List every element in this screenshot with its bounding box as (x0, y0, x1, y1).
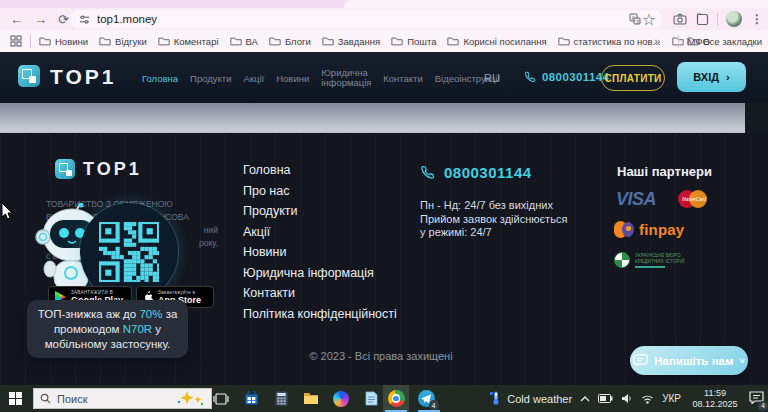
profile-avatar[interactable] (726, 11, 742, 27)
login-button[interactable]: ВХІД › (677, 62, 746, 92)
search-icon (40, 393, 51, 404)
address-bar[interactable]: top1.money A文 ☆ (70, 10, 662, 28)
notification-center[interactable]: 4 (749, 390, 764, 408)
toolbar-right: ⋮ (673, 10, 764, 28)
back-icon[interactable]: ← (8, 11, 25, 28)
site-nav: Головна Продукти Акції Новини Юридична і… (142, 62, 500, 94)
top1-logo-text[interactable]: TOP1 (50, 65, 116, 89)
scrollbar-zone[interactable] (745, 103, 768, 133)
battery-icon[interactable] (598, 394, 613, 403)
nav-item-holovna[interactable]: Головна (142, 73, 178, 84)
system-tray: Cold weather УКР 11:59 08.12.2025 4 (490, 385, 764, 412)
bookmarks-right: » Все закладки (654, 30, 762, 52)
apps-grid-icon[interactable] (10, 35, 22, 47)
qr-code (99, 222, 159, 282)
bookmark-item[interactable]: Завдання (322, 36, 380, 47)
camera-icon[interactable] (673, 12, 687, 26)
promo-discount: 70% (139, 308, 162, 320)
restore-tabs-icon[interactable] (695, 12, 709, 26)
telegram-badge: 4 (429, 400, 439, 410)
finpay-icon (614, 221, 634, 238)
menu-dots-icon[interactable]: ⋮ (750, 12, 764, 26)
promo-code: N70R (123, 323, 152, 335)
calculator-icon[interactable] (271, 389, 291, 408)
nav-item-produkty[interactable]: Продукти (190, 73, 231, 84)
scrolled-section-band (0, 103, 745, 133)
footer-link-kontakty[interactable]: Контакти (243, 287, 397, 300)
footer-logo-text[interactable]: TOP1 (83, 159, 142, 180)
footer-link-yurydychna[interactable]: Юридична інформація (243, 267, 397, 280)
nav-item-kontakty[interactable]: Контакти (383, 73, 423, 84)
volume-icon[interactable] (621, 393, 633, 404)
bookmark-item[interactable]: Відгуки (99, 36, 147, 47)
top1-logo-icon[interactable] (18, 65, 40, 87)
taskbar: Поиск (0, 385, 768, 412)
weather-widget[interactable]: Cold weather (490, 391, 572, 406)
visa-logo: VISA (616, 189, 656, 210)
search-highlights-icon (175, 391, 205, 406)
footer-link-polityka[interactable]: Політика конфіденційності (243, 308, 397, 321)
hidden-icons-chevron[interactable] (580, 395, 590, 402)
bookmark-item[interactable]: Коментарі (158, 36, 219, 47)
browser-tab-strip[interactable] (0, 0, 768, 8)
url-text: top1.money (97, 13, 628, 25)
phone-icon (524, 71, 536, 83)
footer-link-aktsii[interactable]: Акції (243, 226, 397, 239)
start-button[interactable] (0, 385, 30, 412)
file-explorer-icon[interactable] (301, 389, 321, 408)
language-switcher[interactable]: RU (484, 72, 500, 84)
language-indicator[interactable]: УКР (662, 393, 681, 404)
finpay-logo: finpay (614, 221, 684, 238)
schedule-text: Пн - Нд: 24/7 без вихідних Прийом заявок… (420, 199, 567, 240)
pay-button[interactable]: СПЛАТИТИ (601, 65, 665, 91)
microsoft-store-icon[interactable] (241, 389, 261, 408)
toolbar-separator (717, 13, 718, 26)
footer-link-pro-nas[interactable]: Про нас (243, 185, 397, 198)
bookmark-item[interactable]: ВА (230, 36, 258, 47)
copyright-text: © 2023 - Всі права захищені (280, 350, 482, 362)
nav-item-novyny[interactable]: Новини (276, 73, 309, 84)
network-icon[interactable] (641, 394, 654, 404)
footer-link-produkty[interactable]: Продукти (243, 205, 397, 218)
search-placeholder: Поиск (57, 393, 169, 405)
chat-button[interactable]: Напишіть нам ˅ (630, 346, 748, 375)
bookmark-item[interactable]: Блоги (269, 36, 311, 47)
chat-icon (633, 354, 648, 367)
bookmark-item[interactable]: Корисні посилання (447, 36, 546, 47)
notification-badge: 4 (758, 401, 768, 411)
forward-icon[interactable]: → (32, 11, 49, 28)
footer-link-holovna[interactable]: Головна (243, 164, 397, 177)
mastercard-logo: MasterCard (678, 190, 716, 208)
taskbar-clock[interactable]: 11:59 08.12.2025 (689, 388, 741, 410)
tab-strip-right (344, 0, 768, 8)
bookmark-item[interactable]: Пошта (391, 36, 436, 47)
nav-item-yurydychna[interactable]: Юридична інформація (321, 68, 371, 89)
bookmark-item[interactable]: Новини (39, 36, 88, 47)
footer-logo-icon[interactable] (55, 159, 75, 179)
bookmarks-separator (30, 35, 31, 48)
credit-bureau-logo: УКРАЇНСЬКЕ БЮРО КРЕДИТНИХ ІСТОРІЙ (614, 252, 685, 268)
chevron-down-icon: ˅ (739, 356, 744, 366)
bookmark-item[interactable]: статистика по нов... (558, 36, 661, 47)
bookmark-star-icon[interactable]: ☆ (642, 12, 656, 26)
promo-tooltip: ТОП-знижка аж до 70% за промокодом N70R … (27, 300, 188, 358)
credit-bureau-icon (614, 252, 630, 268)
taskbar-search-input[interactable]: Поиск (33, 388, 212, 409)
notepad-icon[interactable] (361, 389, 381, 408)
phone-icon (420, 165, 435, 180)
nav-item-aktsii[interactable]: Акції (244, 73, 265, 84)
telegram-taskbar-icon[interactable]: 4 (416, 389, 436, 408)
footer-phone-link[interactable]: 0800301144 (420, 164, 532, 181)
copilot-icon[interactable] (331, 389, 351, 408)
svg-text:文: 文 (635, 19, 640, 24)
site-info-icon[interactable] (77, 12, 91, 26)
chrome-taskbar-icon[interactable] (386, 389, 406, 408)
footer-link-novyny[interactable]: Новини (243, 246, 397, 259)
task-view-icon[interactable] (211, 389, 231, 408)
partners-title: Наші партнери (617, 164, 712, 179)
header-phone-link[interactable]: 0800301144 (524, 71, 609, 83)
bookmarks-overflow-icon[interactable]: » (654, 35, 660, 47)
all-bookmarks-button[interactable]: Все закладки (687, 36, 762, 47)
thermometer-icon (490, 391, 502, 406)
translate-icon[interactable]: A文 (628, 12, 642, 26)
